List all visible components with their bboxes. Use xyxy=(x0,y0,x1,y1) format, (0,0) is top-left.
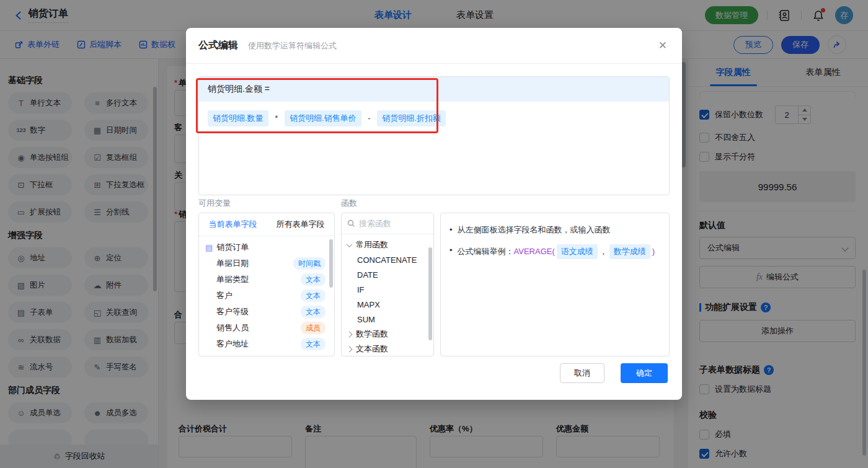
formula-field-token[interactable]: 销货明细.折扣额 xyxy=(377,110,446,126)
function-search[interactable] xyxy=(342,213,433,234)
cancel-button[interactable]: 取消 xyxy=(560,363,604,383)
formula-field-token[interactable]: 销货明细.销售单价 xyxy=(285,110,361,126)
variable-row[interactable]: 单据类型 文本 xyxy=(199,272,334,288)
example-field-chip: 数学成绩 xyxy=(609,244,650,259)
variables-label: 可用变量 xyxy=(198,198,231,209)
help-tip-2: • 公式编辑举例：AVERAGE(语文成绩，数学成绩) xyxy=(450,244,660,259)
app-window: 销货订单 表单设计 表单设置 数据管理 xyxy=(0,0,868,468)
caret-right-icon xyxy=(347,331,353,337)
tab-all-form-fields[interactable]: 所有表单字段 xyxy=(267,213,334,236)
modal-title: 公式编辑 xyxy=(198,39,238,52)
function-item[interactable]: MAPX xyxy=(342,297,433,312)
search-icon xyxy=(347,219,355,227)
type-badge: 文本 xyxy=(301,273,326,286)
example-field-chip: 语文成绩 xyxy=(557,244,598,259)
function-search-input[interactable] xyxy=(359,219,421,228)
confirm-button[interactable]: 确定 xyxy=(621,363,668,383)
type-badge: 时间戳 xyxy=(293,257,326,270)
help-panel: • 从左侧面板选择字段名和函数，或输入函数 • 公式编辑举例：AVERAGE(语… xyxy=(440,213,670,356)
function-name-text: AVERAGE( xyxy=(514,247,555,256)
formula-target: 销货明细.金额 = xyxy=(199,77,669,102)
functions-scrollbar-thumb[interactable] xyxy=(428,247,432,340)
formula-operator: * xyxy=(275,113,278,123)
caret-right-icon xyxy=(347,346,353,352)
variable-row[interactable]: 销售人员 成员 xyxy=(199,320,334,336)
type-badge: 文本 xyxy=(301,306,326,318)
modal-header: 公式编辑 使用数学运算符编辑公式 ✕ xyxy=(186,28,682,64)
functions-panel: 常用函数 CONCATENATE DATE IF MAPX SUM 数学函数 文… xyxy=(341,213,434,356)
function-item[interactable]: CONCATENATE xyxy=(342,252,433,267)
functions-label: 函数 xyxy=(341,198,357,209)
close-icon[interactable]: ✕ xyxy=(658,39,667,52)
formula-field-token[interactable]: 销货明细.数量 xyxy=(208,110,268,126)
type-badge: 成员 xyxy=(301,322,326,334)
variable-row[interactable]: 客户 文本 xyxy=(199,288,334,304)
help-tip-1: • 从左侧面板选择字段名和函数，或输入函数 xyxy=(450,224,660,236)
tab-current-form-fields[interactable]: 当前表单字段 xyxy=(199,213,267,236)
formula-editor-box[interactable]: 销货明细.金额 = 销货明细.数量 * 销货明细.销售单价 - 销货明细.折扣额 xyxy=(198,76,670,195)
function-group-math[interactable]: 数学函数 xyxy=(342,327,433,342)
document-icon: ▤ xyxy=(205,243,213,252)
variable-row[interactable]: 客户等级 文本 xyxy=(199,304,334,320)
function-item[interactable]: IF xyxy=(342,282,433,297)
modal-footer: 取消 确定 xyxy=(560,363,668,383)
modal-subtitle: 使用数学运算符编辑公式 xyxy=(248,40,337,51)
variables-scrollbar-thumb[interactable] xyxy=(329,239,333,288)
function-group-common[interactable]: 常用函数 xyxy=(342,237,433,252)
formula-expression[interactable]: 销货明细.数量 * 销货明细.销售单价 - 销货明细.折扣额 xyxy=(199,102,669,135)
variables-panel: 当前表单字段 所有表单字段 ▤ 销货订单 单据日期 时间戳 单据类型 文本 客户… xyxy=(198,213,335,356)
type-badge: 文本 xyxy=(301,338,326,350)
type-badge: 文本 xyxy=(301,289,326,302)
formula-operator: - xyxy=(368,113,370,123)
function-group-text[interactable]: 文本函数 xyxy=(342,342,433,356)
formula-editor-modal: 公式编辑 使用数学运算符编辑公式 ✕ 销货明细.金额 = 销货明细.数量 * 销… xyxy=(186,28,682,400)
variables-tabs: 当前表单字段 所有表单字段 xyxy=(199,213,334,236)
variables-root-row[interactable]: ▤ 销货订单 xyxy=(199,239,334,255)
variable-row[interactable]: 客户地址 文本 xyxy=(199,336,334,352)
variable-row[interactable]: 单据日期 时间戳 xyxy=(199,255,334,272)
function-item[interactable]: DATE xyxy=(342,267,433,282)
function-item[interactable]: SUM xyxy=(342,312,433,327)
caret-down-icon xyxy=(347,241,353,247)
